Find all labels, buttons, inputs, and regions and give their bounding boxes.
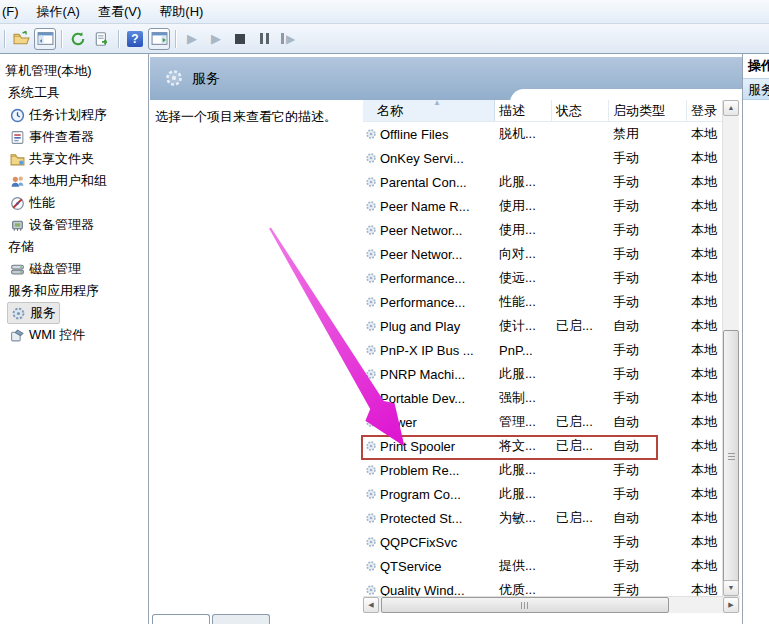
menu-action[interactable]: 操作(A) [28,2,89,22]
horizontal-scroll-thumb[interactable] [381,597,669,613]
service-row[interactable]: Problem Re...此服...手动本地 [363,458,722,482]
services-list: 名称 ▲ 描述 状态 启动类型 登录 Offline Files脱机...禁用本… [363,100,722,596]
service-row[interactable]: OnKey Servi...手动本地 [363,146,722,170]
service-row[interactable]: QQPCFixSvc手动本地 [363,530,722,554]
sidebar-item-wmi-[interactable]: WMI 控件 [0,324,148,346]
service-row[interactable]: Power管理...已启...自动本地 [363,410,722,434]
service-row[interactable]: PnP-X IP Bus ...PnP...手动本地 [363,338,722,362]
service-gear-icon [365,152,377,164]
vertical-scroll-thumb[interactable] [723,330,739,582]
service-row[interactable]: Plug and Play使计...已启...自动本地 [363,314,722,338]
scroll-left-button[interactable]: ◀ [363,597,379,613]
service-logon-as: 本地 [687,293,722,311]
column-header-name[interactable]: 名称 ▲ [363,100,495,121]
scroll-down-button[interactable]: ▼ [723,580,739,596]
service-name: Power [363,415,495,430]
refresh-icon[interactable] [67,28,89,50]
actions-section-services[interactable]: 服务 [743,78,769,100]
sidebar-item--[interactable]: 共享文件夹 [0,148,148,170]
start-service-icon[interactable]: ▶ [181,28,203,50]
menu-help[interactable]: 帮助(H) [150,2,212,22]
service-row[interactable]: Peer Networ...向对...手动本地 [363,242,722,266]
sidebar-item--[interactable]: 事件查看器 [0,126,148,148]
panel-header-band: 服务 [150,57,742,100]
service-row[interactable]: Performance...使远...手动本地 [363,266,722,290]
service-name: Program Co... [363,487,495,502]
service-row[interactable]: Protected St...为敏...已启...自动本地 [363,506,722,530]
service-startup-type: 自动 [609,509,687,527]
sidebar-item--[interactable]: 设备管理器 [0,214,148,236]
sidebar-item--[interactable]: 系统工具 [0,82,148,104]
column-header-startup-type[interactable]: 启动类型 [609,100,687,121]
service-startup-type: 手动 [609,221,687,239]
resume-service-icon[interactable]: ▶ [205,28,227,50]
service-row[interactable]: Portable Dev...强制...手动本地 [363,386,722,410]
sidebar-item-label: 存储 [8,238,34,256]
menu-view[interactable]: 查看(V) [89,2,150,22]
vertical-scrollbar[interactable]: ▲ ▼ [722,100,739,596]
help-icon[interactable]: ? [124,28,146,50]
service-gear-icon [365,560,377,572]
tab-standard-view[interactable] [212,614,270,624]
service-row[interactable]: Offline Files脱机...禁用本地 [363,122,722,146]
service-row[interactable]: QTService提供...手动本地 [363,554,722,578]
column-header-status[interactable]: 状态 [552,100,609,121]
service-description: PnP... [495,343,552,358]
scroll-grip [728,453,735,460]
service-logon-as: 本地 [687,461,722,479]
open-folder-icon[interactable] [10,28,32,50]
service-gear-icon [365,440,377,452]
service-gear-icon [365,128,377,140]
service-logon-as: 本地 [687,437,722,455]
service-row[interactable]: Parental Con...此服...手动本地 [363,170,722,194]
selection-description-text: 选择一个项目来查看它的描述。 [155,106,337,128]
service-row[interactable]: PNRP Machi...此服...手动本地 [363,362,722,386]
service-row[interactable]: Quality Wind...优质...手动本地 [363,578,722,596]
sidebar-item-label: 任务计划程序 [29,106,107,124]
service-row[interactable]: Program Co...此服...手动本地 [363,482,722,506]
service-startup-type: 手动 [609,341,687,359]
sidebar-item--[interactable]: 性能 [0,192,148,214]
service-name: Plug and Play [363,319,495,334]
sidebar-item--[interactable]: 任务计划程序 [0,104,148,126]
tab-extended-view[interactable] [152,614,210,624]
sidebar-item--[interactable]: 服务 [0,302,148,324]
pause-service-icon[interactable] [253,28,275,50]
service-name: Protected St... [363,511,495,526]
service-name: QTService [363,559,495,574]
toolbar-separator [175,30,176,48]
restart-service-icon[interactable]: ▶ [277,28,299,50]
sidebar-item--[interactable]: 磁盘管理 [0,258,148,280]
action-pane-toggle-icon[interactable] [148,28,170,50]
column-header-logon-as[interactable]: 登录 [687,100,722,121]
service-row[interactable]: Peer Networ...使用...手动本地 [363,218,722,242]
service-startup-type: 自动 [609,413,687,431]
scroll-right-button[interactable]: ▶ [723,597,739,613]
service-row[interactable]: Peer Name R...使用...手动本地 [363,194,722,218]
service-name: Peer Networ... [363,223,495,238]
export-list-icon[interactable] [91,28,113,50]
column-header-description[interactable]: 描述 [495,100,552,121]
sidebar-item--[interactable]: 本地用户和组 [0,170,148,192]
menu-file[interactable]: (F) [0,2,28,22]
sidebar-item--[interactable]: 服务和应用程序 [0,280,148,302]
service-startup-type: 手动 [609,173,687,191]
stop-service-icon[interactable] [229,28,251,50]
sidebar-item--[interactable]: 存储 [0,236,148,258]
console-tree-pane: 算机管理(本地)系统工具任务计划程序事件查看器共享文件夹本地用户和组性能设备管理… [0,54,149,624]
service-logon-as: 本地 [687,533,722,551]
console-tree-toggle-icon[interactable] [34,28,56,50]
wmi-icon [10,328,25,343]
service-startup-type: 手动 [609,461,687,479]
service-gear-icon [365,200,377,212]
service-logon-as: 本地 [687,365,722,383]
service-gear-icon [365,392,377,404]
horizontal-scrollbar[interactable]: ◀ ▶ [363,596,740,613]
sidebar-item-label: 共享文件夹 [29,150,94,168]
scroll-up-button[interactable]: ▲ [723,100,739,116]
service-startup-type: 自动 [609,437,687,455]
service-name: Quality Wind... [363,583,495,597]
service-row[interactable]: Performance...性能...手动本地 [363,290,722,314]
service-row[interactable]: Print Spooler将文...已启...自动本地 [363,434,722,458]
sidebar-item--[interactable]: 算机管理(本地) [0,60,148,82]
